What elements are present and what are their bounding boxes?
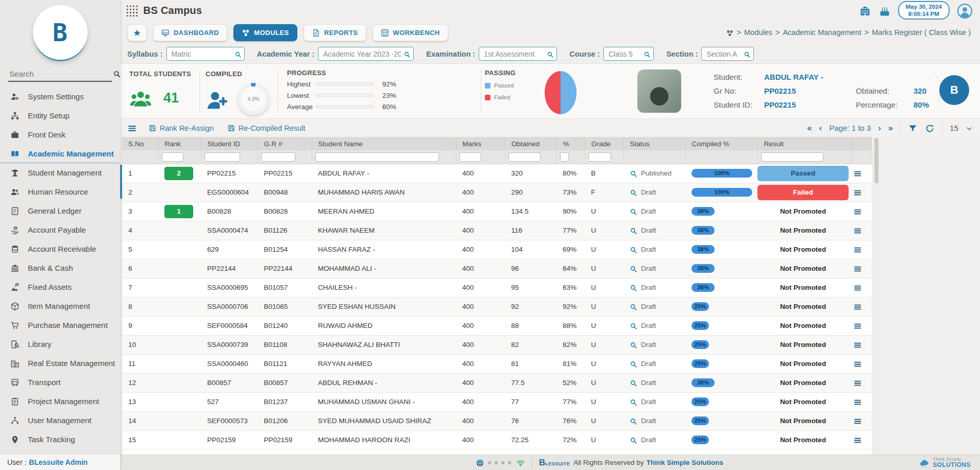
column-filter-input[interactable]: [761, 152, 824, 162]
sidebar-item[interactable]: Bank & Cash: [0, 258, 120, 277]
search-icon[interactable]: [113, 69, 121, 79]
breadcrumb-item[interactable]: Academic Management: [783, 28, 861, 37]
page-last-button[interactable]: »: [888, 124, 893, 132]
column-filter-input[interactable]: [460, 152, 481, 162]
menu-icon[interactable]: [127, 123, 137, 134]
status-lookup-icon[interactable]: [630, 283, 637, 292]
status-lookup-icon[interactable]: [630, 416, 637, 426]
filter-icon[interactable]: [908, 123, 918, 134]
chevron-down-icon[interactable]: [966, 124, 973, 132]
nav-tab[interactable]: DASHBOARD: [153, 24, 227, 41]
grid-dots-icon[interactable]: [125, 4, 138, 17]
table-row[interactable]: 8 SSA0000706 B01065 SYED ESHAN HUSSAIN 4…: [122, 297, 872, 316]
copyright-brand[interactable]: Think Simple Solutions: [647, 459, 723, 466]
result-button[interactable]: Failed: [757, 185, 849, 200]
filter-input[interactable]: [166, 47, 245, 61]
sidebar-item[interactable]: General Ledger: [0, 201, 120, 220]
table-row[interactable]: 2 EGS0000604 B00948 MUHAMMAD HARIS AWAN …: [122, 183, 872, 202]
sidebar-item[interactable]: Human Resource: [0, 182, 120, 201]
sidebar-item[interactable]: Account Payable: [0, 220, 120, 239]
result-button[interactable]: Not Promoted: [757, 242, 849, 257]
row-menu-icon[interactable]: [853, 302, 862, 311]
toolbar-action[interactable]: Re-Compiled Result: [227, 124, 306, 133]
table-row[interactable]: 4 SSA0000474 B01126 KHAWAR NAEEM 400 116…: [122, 221, 872, 240]
row-menu-icon[interactable]: [853, 168, 862, 178]
row-menu-icon[interactable]: [853, 264, 862, 273]
column-header[interactable]: Student ID: [201, 137, 258, 150]
sidebar-item[interactable]: Library: [0, 335, 120, 354]
table-row[interactable]: 9 SEF0000584 B01240 RUWAID AHMED 400 88 …: [122, 316, 872, 335]
column-filter-input[interactable]: [509, 152, 541, 162]
avatar[interactable]: [957, 1, 973, 20]
filter-input[interactable]: [701, 47, 754, 61]
result-button[interactable]: Not Promoted: [757, 432, 849, 448]
school-icon[interactable]: [859, 3, 871, 18]
sidebar-item[interactable]: Entity Setup: [0, 106, 120, 125]
column-filter-input[interactable]: [162, 152, 183, 162]
breadcrumb-item[interactable]: Marks Register ( Class Wise ): [872, 28, 971, 37]
table-row[interactable]: 13 527 B01237 MUHAMMAD USMAN GHANI - 400…: [122, 392, 872, 411]
search-input[interactable]: [8, 69, 113, 79]
row-menu-icon[interactable]: [853, 245, 862, 254]
page-next-button[interactable]: ›: [878, 124, 881, 132]
page-first-button[interactable]: «: [807, 124, 812, 132]
status-lookup-icon[interactable]: [630, 378, 637, 388]
row-menu-icon[interactable]: [853, 225, 862, 235]
birthday-icon[interactable]: [878, 3, 891, 18]
column-header[interactable]: G.R #: [258, 137, 312, 150]
status-lookup-icon[interactable]: [630, 169, 637, 178]
table-row[interactable]: 15 PP02159 PP02159 MOHAMMAD HAROON RAZI …: [122, 430, 872, 449]
table-row[interactable]: 11 SSA0000460 B01121 RAYYAN AHMED 400 81…: [122, 354, 872, 373]
column-filter-input[interactable]: [560, 152, 569, 162]
filter-input[interactable]: [603, 47, 654, 61]
row-menu-icon[interactable]: [853, 340, 862, 350]
status-lookup-icon[interactable]: [630, 188, 637, 197]
nav-tab[interactable]: REPORTS: [303, 24, 366, 41]
row-menu-icon[interactable]: [853, 321, 862, 330]
table-row[interactable]: 6 PP22144 PP22144 MOHAMMAD ALI - 400 96 …: [122, 259, 872, 278]
sidebar-item[interactable]: Account Receivable: [0, 239, 120, 258]
refresh-icon[interactable]: [925, 123, 935, 134]
sidebar-item[interactable]: Purchase Management: [0, 316, 120, 335]
row-menu-icon[interactable]: [853, 187, 862, 197]
toolbar-action[interactable]: Rank Re-Assign: [148, 124, 214, 133]
row-menu-icon[interactable]: [853, 359, 862, 369]
result-button[interactable]: Passed: [757, 166, 849, 181]
column-filter-input[interactable]: [315, 152, 439, 162]
table-row[interactable]: 14 SEF0000573 B01206 SYED MUHAMMAD USAID…: [122, 411, 872, 430]
sidebar-item[interactable]: System Settings: [0, 87, 120, 106]
result-button[interactable]: Not Promoted: [757, 299, 849, 315]
status-lookup-icon[interactable]: [630, 207, 637, 216]
sidebar-item[interactable]: Student Management: [0, 163, 120, 182]
nav-tab[interactable]: WORKBENCH: [373, 24, 448, 41]
result-button[interactable]: Not Promoted: [757, 337, 849, 353]
column-filter-input[interactable]: [261, 152, 295, 162]
column-header[interactable]: Obtained: [505, 137, 556, 150]
row-menu-icon[interactable]: [853, 283, 862, 292]
column-header[interactable]: Result: [757, 137, 851, 150]
sidebar-item[interactable]: User Management: [0, 411, 120, 430]
status-lookup-icon[interactable]: [630, 397, 637, 407]
table-scrollbar[interactable]: [873, 137, 880, 455]
page-prev-button[interactable]: ‹: [819, 124, 822, 132]
result-button[interactable]: Not Promoted: [757, 375, 849, 391]
sidebar-item[interactable]: Project Management: [0, 392, 120, 411]
result-button[interactable]: Not Promoted: [757, 280, 849, 295]
table-row[interactable]: 3 1 B00828 B00828 MEERAN AHMED 400 134.5…: [122, 202, 872, 221]
status-lookup-icon[interactable]: [630, 264, 637, 273]
sidebar-item[interactable]: Fixed Assets: [0, 277, 120, 297]
table-row[interactable]: 12 B00857 B00857 ABDUL REHMAN - 400 77.5…: [122, 373, 872, 392]
result-button[interactable]: Not Promoted: [757, 223, 849, 238]
column-header[interactable]: Grade: [585, 137, 623, 150]
table-row[interactable]: 5 629 B01254 HASSAN FARAZ - 400 104 69% …: [122, 240, 872, 259]
sidebar-item[interactable]: Academic Management: [0, 144, 120, 163]
result-button[interactable]: Not Promoted: [757, 261, 849, 276]
status-lookup-icon[interactable]: [630, 226, 637, 235]
status-lookup-icon[interactable]: [630, 245, 637, 254]
sidebar-item[interactable]: Task Tracking: [0, 430, 120, 449]
result-button[interactable]: Not Promoted: [757, 413, 849, 429]
column-header[interactable]: %: [556, 137, 585, 150]
result-button[interactable]: Not Promoted: [757, 204, 849, 219]
column-header[interactable]: Student Name: [312, 137, 456, 150]
status-lookup-icon[interactable]: [630, 340, 637, 350]
